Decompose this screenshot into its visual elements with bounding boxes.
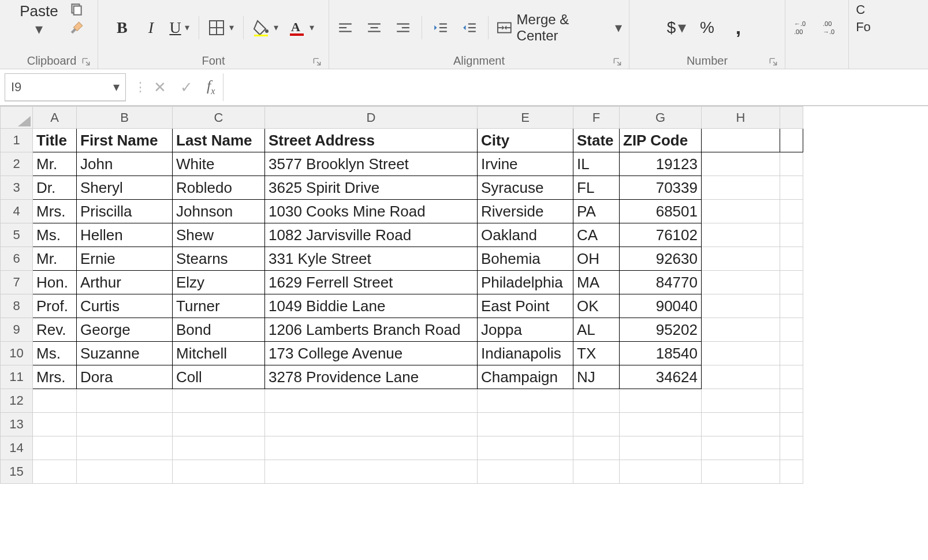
cell[interactable]: Turner: [173, 294, 265, 318]
cell[interactable]: Bond: [173, 318, 265, 342]
cell[interactable]: [478, 389, 573, 413]
comma-style-button[interactable]: ,: [727, 15, 750, 40]
chevron-down-icon[interactable]: ▾: [226, 22, 235, 33]
cell[interactable]: [173, 389, 265, 413]
chevron-down-icon[interactable]: ▾: [306, 22, 315, 33]
cell[interactable]: [702, 247, 780, 271]
cell[interactable]: [702, 389, 780, 413]
cell[interactable]: IL: [573, 152, 620, 176]
col-header[interactable]: G: [620, 107, 702, 129]
cell[interactable]: Joppa: [478, 318, 573, 342]
cell[interactable]: [173, 436, 265, 460]
cell[interactable]: Riverside: [478, 200, 573, 223]
cell[interactable]: Hellen: [77, 223, 173, 247]
chevron-down-icon[interactable]: ▾: [113, 80, 120, 95]
cell[interactable]: [573, 389, 620, 413]
cell[interactable]: Bohemia: [478, 247, 573, 271]
copy-icon[interactable]: [69, 2, 84, 17]
row-header[interactable]: 14: [1, 436, 33, 460]
align-left-button[interactable]: [335, 15, 356, 40]
cell[interactable]: Curtis: [77, 294, 173, 318]
chevron-down-icon[interactable]: ▾: [270, 22, 279, 33]
cell[interactable]: [702, 129, 780, 152]
row-header[interactable]: 13: [1, 413, 33, 436]
cell[interactable]: East Point: [478, 294, 573, 318]
row-header[interactable]: 3: [1, 176, 33, 200]
cell[interactable]: Irvine: [478, 152, 573, 176]
cell[interactable]: 1629 Ferrell Street: [265, 271, 478, 294]
cell[interactable]: Robledo: [173, 176, 265, 200]
col-header[interactable]: C: [173, 107, 265, 129]
align-right-button[interactable]: [393, 15, 413, 40]
format-painter-icon[interactable]: [65, 18, 87, 39]
cell[interactable]: 1030 Cooks Mine Road: [265, 200, 478, 223]
cell[interactable]: [478, 436, 573, 460]
underline-button[interactable]: U▾: [169, 15, 190, 40]
cell[interactable]: 331 Kyle Street: [265, 247, 478, 271]
cell[interactable]: [265, 460, 478, 484]
row-header[interactable]: 10: [1, 342, 33, 365]
dialog-launcher-icon[interactable]: [612, 56, 623, 68]
cell[interactable]: [780, 342, 803, 365]
cell[interactable]: 90040: [620, 294, 702, 318]
cell[interactable]: City: [478, 129, 573, 152]
cell[interactable]: George: [77, 318, 173, 342]
fill-color-button[interactable]: ▾: [252, 15, 279, 40]
cell[interactable]: State: [573, 129, 620, 152]
cell[interactable]: [33, 460, 77, 484]
row-header[interactable]: 4: [1, 200, 33, 223]
cell[interactable]: [702, 460, 780, 484]
cell[interactable]: [173, 460, 265, 484]
cell[interactable]: [33, 436, 77, 460]
cell[interactable]: Elzy: [173, 271, 265, 294]
spreadsheet[interactable]: A B C D E F G H 1TitleFirst NameLast Nam…: [0, 106, 803, 484]
cell[interactable]: Arthur: [77, 271, 173, 294]
cell[interactable]: 3625 Spirit Drive: [265, 176, 478, 200]
dialog-launcher-icon[interactable]: [80, 56, 92, 68]
cell[interactable]: 84770: [620, 271, 702, 294]
cell[interactable]: [77, 436, 173, 460]
cell[interactable]: [702, 271, 780, 294]
row-header[interactable]: 6: [1, 247, 33, 271]
cell[interactable]: [620, 460, 702, 484]
cell[interactable]: [780, 129, 803, 152]
cell[interactable]: Priscilla: [77, 200, 173, 223]
cell[interactable]: [33, 389, 77, 413]
decrease-indent-button[interactable]: [430, 15, 451, 40]
cell[interactable]: 76102: [620, 223, 702, 247]
cell[interactable]: [780, 413, 803, 436]
decrease-decimal-button[interactable]: .00→.0: [821, 15, 842, 40]
cell[interactable]: [702, 436, 780, 460]
cell[interactable]: [573, 413, 620, 436]
cell[interactable]: [265, 413, 478, 436]
cell[interactable]: [77, 413, 173, 436]
cell[interactable]: Coll: [173, 365, 265, 389]
cell[interactable]: 92630: [620, 247, 702, 271]
cell[interactable]: Johnson: [173, 200, 265, 223]
cell[interactable]: Shew: [173, 223, 265, 247]
cell[interactable]: [620, 389, 702, 413]
enter-icon[interactable]: ✓: [180, 79, 193, 96]
cell[interactable]: Mr.: [33, 152, 77, 176]
cancel-icon[interactable]: ✕: [154, 79, 166, 96]
cell[interactable]: Dora: [77, 365, 173, 389]
cell[interactable]: [702, 223, 780, 247]
col-header[interactable]: B: [77, 107, 173, 129]
cell[interactable]: [780, 389, 803, 413]
cell[interactable]: PA: [573, 200, 620, 223]
cell[interactable]: Suzanne: [77, 342, 173, 365]
merge-center-button[interactable]: Merge & Center ▾: [497, 12, 623, 44]
cell[interactable]: 70339: [620, 176, 702, 200]
cell[interactable]: Ms.: [33, 342, 77, 365]
cell[interactable]: [702, 294, 780, 318]
cell[interactable]: First Name: [77, 129, 173, 152]
cell[interactable]: 68501: [620, 200, 702, 223]
col-header[interactable]: D: [265, 107, 478, 129]
cell[interactable]: 1082 Jarvisville Road: [265, 223, 478, 247]
col-header[interactable]: H: [702, 107, 780, 129]
cell[interactable]: [780, 176, 803, 200]
cell[interactable]: 19123: [620, 152, 702, 176]
row-header[interactable]: 2: [1, 152, 33, 176]
cell[interactable]: [780, 152, 803, 176]
cell[interactable]: [77, 389, 173, 413]
